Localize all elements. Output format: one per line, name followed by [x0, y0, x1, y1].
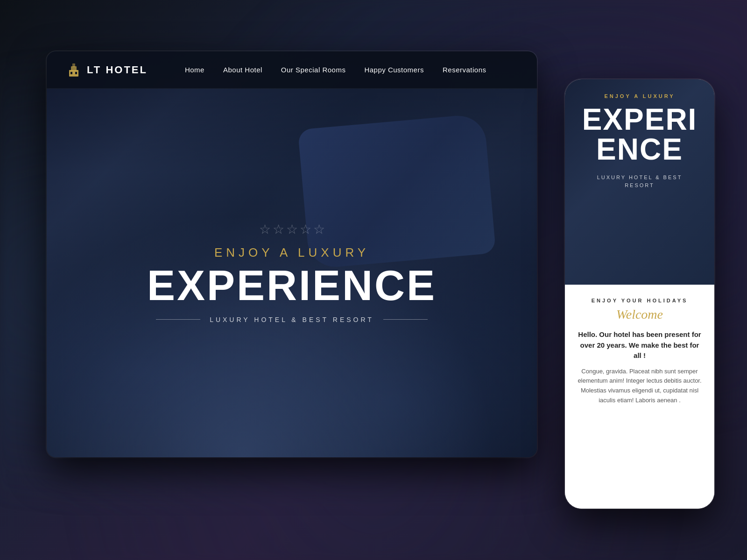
nav-item-about[interactable]: About Hotel	[223, 66, 262, 74]
svg-rect-2	[72, 63, 75, 67]
nav-links: Home About Hotel Our Special Rooms Happy…	[185, 66, 486, 74]
navbar: LT HOTEL Home About Hotel Our Special Ro…	[47, 51, 537, 89]
divider-right	[383, 319, 428, 320]
hotel-logo-icon	[65, 62, 82, 78]
nav-item-customers[interactable]: Happy Customers	[364, 66, 424, 74]
hero-subtitle: LUXURY HOTEL & BEST RESORT	[210, 316, 374, 323]
mobile-section-label: ENJOY YOUR HOLIDAYS	[576, 298, 703, 303]
hero-content: ☆ ☆ ☆ ☆ ☆ ENJOY A LUXURY EXPERIENCE LUXU…	[47, 89, 537, 457]
mobile-top-section: ENJOY A LUXURY EXPERI ENCE LUXURY HOTEL …	[565, 79, 714, 285]
nav-item-rooms[interactable]: Our Special Rooms	[281, 66, 346, 74]
hero-title: EXPERIENCE	[147, 265, 437, 307]
enjoy-label: ENJOY A LUXURY	[214, 245, 369, 260]
mobile-title-line1: EXPERI	[582, 103, 698, 136]
star-1: ☆	[259, 223, 271, 236]
nav-item-reservations[interactable]: Reservations	[443, 66, 486, 74]
nav-item-home[interactable]: Home	[185, 66, 204, 74]
desktop-mockup: LT HOTEL Home About Hotel Our Special Ro…	[47, 51, 537, 457]
star-2: ☆	[273, 223, 284, 236]
mobile-enjoy-label: ENJOY A LUXURY	[576, 93, 703, 99]
mobile-subtitle: LUXURY HOTEL & BESTRESORT	[576, 174, 703, 189]
mobile-body-text: Congue, gravida. Placeat nibh sunt sempe…	[576, 367, 703, 406]
divider-left	[156, 319, 200, 320]
divider-row: LUXURY HOTEL & BEST RESORT	[156, 316, 428, 323]
star-5: ☆	[313, 223, 325, 236]
star-rating: ☆ ☆ ☆ ☆ ☆	[259, 223, 325, 236]
star-4: ☆	[300, 223, 311, 236]
mobile-bottom-section: ENJOY YOUR HOLIDAYS Welcome Hello. Our h…	[565, 285, 714, 509]
mobile-title-line2: ENCE	[596, 133, 683, 166]
svg-rect-3	[70, 72, 72, 74]
star-3: ☆	[286, 223, 298, 236]
mobile-hello-text: Hello. Our hotel has been present for ov…	[576, 329, 703, 361]
logo-text: LT HOTEL	[87, 64, 148, 76]
mobile-welcome-title: Welcome	[576, 307, 703, 322]
scene-container: LT HOTEL Home About Hotel Our Special Ro…	[47, 51, 700, 509]
logo[interactable]: LT HOTEL	[65, 62, 148, 78]
svg-rect-4	[75, 72, 77, 74]
mobile-mockup: ENJOY A LUXURY EXPERI ENCE LUXURY HOTEL …	[565, 79, 714, 509]
mobile-hero-title: EXPERI ENCE	[576, 105, 703, 164]
